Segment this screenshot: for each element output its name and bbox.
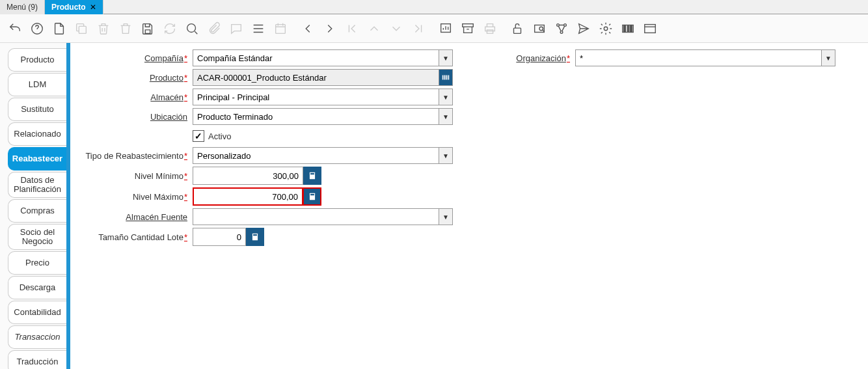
field-tamano-lote[interactable] — [193, 228, 264, 246]
label-producto: Producto* — [78, 73, 189, 83]
label-tamano-lote: Tamaño Cantidad Lote* — [78, 232, 189, 242]
search-icon[interactable] — [182, 19, 202, 38]
field-compania[interactable]: ▼ — [193, 49, 453, 66]
new-icon[interactable] — [49, 19, 69, 38]
next-icon[interactable] — [320, 19, 340, 38]
input-almacen-fuente[interactable] — [193, 208, 439, 225]
input-almacen[interactable] — [193, 89, 439, 105]
svg-rect-3 — [276, 24, 286, 33]
next-parent-icon — [387, 19, 406, 38]
field-producto[interactable] — [193, 69, 453, 86]
svg-rect-27 — [448, 75, 448, 80]
dropdown-ubicacion-icon[interactable]: ▼ — [439, 108, 453, 125]
dropdown-almacen-fuente-icon[interactable]: ▼ — [439, 208, 453, 225]
dropdown-compania-icon[interactable]: ▼ — [439, 49, 453, 66]
last-icon — [409, 19, 428, 38]
gear-icon[interactable] — [596, 19, 616, 38]
field-nivel-maximo[interactable] — [193, 187, 323, 206]
input-producto — [193, 69, 439, 86]
calculator-tamano-lote-icon[interactable] — [246, 228, 264, 246]
svg-point-11 — [564, 23, 567, 26]
archive-icon[interactable] — [458, 19, 478, 38]
svg-rect-25 — [446, 75, 446, 80]
sidetab-contabilidad[interactable]: Contabilidad — [8, 301, 66, 324]
window-tab-producto-label: Producto — [51, 3, 86, 12]
label-tipo-reabastecimiento: Tipo de Reabastecimiento* — [78, 151, 189, 161]
lock-icon[interactable] — [508, 19, 527, 38]
window-tab-menu[interactable]: Menú (9) — [0, 0, 45, 14]
sidetab-transaccion[interactable]: Transaccion — [8, 325, 66, 349]
svg-rect-22 — [442, 75, 443, 80]
lookup-producto-icon[interactable] — [439, 69, 453, 86]
undo-icon[interactable] — [5, 19, 25, 38]
grid-toggle-icon[interactable] — [249, 19, 268, 38]
label-ubicacion: Ubicación — [78, 112, 189, 122]
svg-rect-1 — [79, 26, 86, 33]
label-nivel-maximo: Nivel Máximo* — [78, 192, 189, 202]
input-ubicacion[interactable] — [193, 108, 439, 125]
prev-icon[interactable] — [298, 19, 318, 38]
product-info-icon[interactable] — [618, 19, 638, 38]
field-almacen-fuente[interactable]: ▼ — [193, 208, 453, 225]
svg-rect-30 — [310, 173, 314, 174]
input-tipo-reabastecimiento[interactable] — [193, 147, 439, 164]
close-tab-icon[interactable]: ✕ — [90, 3, 96, 12]
sidetab-relacionado[interactable]: Relacionado — [8, 122, 66, 146]
label-almacen: Almacén* — [78, 92, 189, 102]
svg-rect-15 — [625, 25, 625, 32]
svg-rect-17 — [628, 25, 629, 32]
print-icon — [480, 19, 500, 38]
comment-icon — [226, 19, 246, 38]
field-nivel-minimo[interactable] — [193, 167, 323, 185]
request-icon[interactable] — [574, 19, 593, 38]
svg-rect-16 — [625, 25, 627, 32]
field-organizacion[interactable]: ▼ — [575, 49, 835, 66]
svg-rect-26 — [446, 75, 447, 80]
sidetab-datos-planificacion[interactable]: Datos de Planificación — [8, 172, 66, 198]
svg-rect-5 — [463, 23, 474, 27]
svg-point-12 — [560, 31, 563, 33]
sidetab-sustituto[interactable]: Sustituto — [8, 98, 66, 121]
sidetab-producto[interactable]: Producto — [8, 48, 66, 72]
checkbox-activo[interactable] — [193, 130, 204, 142]
save-icon[interactable] — [138, 19, 157, 38]
field-ubicacion[interactable]: ▼ — [193, 108, 453, 125]
field-tipo-reabastecimiento[interactable]: ▼ — [193, 147, 453, 164]
input-nivel-maximo[interactable] — [193, 187, 303, 206]
input-compania[interactable] — [193, 49, 439, 66]
input-tamano-lote[interactable] — [193, 228, 246, 246]
sidetab-precio[interactable]: Precio — [8, 251, 66, 275]
dropdown-organizacion-icon[interactable]: ▼ — [821, 49, 835, 66]
zoom-across-icon[interactable] — [530, 19, 549, 38]
calculator-nivel-min-icon[interactable] — [303, 167, 321, 185]
refresh-icon — [160, 19, 180, 38]
report-icon[interactable] — [436, 19, 455, 38]
sidetab-reabastecer[interactable]: Reabastecer — [8, 147, 66, 171]
field-almacen[interactable]: ▼ — [193, 89, 453, 105]
dropdown-tipo-reab-icon[interactable]: ▼ — [439, 147, 453, 164]
sidetab-socio-negocio[interactable]: Socio del Negocio — [8, 224, 66, 250]
input-organizacion[interactable] — [575, 49, 821, 66]
dropdown-almacen-icon[interactable]: ▼ — [439, 89, 453, 105]
history-icon — [271, 19, 290, 38]
delete-selection-icon — [116, 19, 135, 38]
svg-point-2 — [187, 23, 196, 32]
svg-rect-34 — [253, 234, 257, 236]
calculator-nivel-max-icon[interactable] — [303, 187, 321, 206]
svg-rect-24 — [444, 75, 446, 80]
customize-icon[interactable] — [640, 19, 660, 38]
attach-icon — [204, 19, 224, 38]
svg-point-10 — [557, 23, 560, 26]
window-tab-producto[interactable]: Producto ✕ — [45, 0, 103, 14]
sidetab-ldm[interactable]: LDM — [8, 73, 66, 96]
prev-parent-icon — [364, 19, 384, 38]
svg-rect-28 — [448, 75, 449, 80]
sidetab-traduccion[interactable]: Traducción — [8, 350, 66, 369]
input-nivel-minimo[interactable] — [193, 167, 303, 185]
sidetab-compras[interactable]: Compras — [8, 199, 66, 223]
first-icon — [342, 19, 362, 38]
sidetab-descarga[interactable]: Descarga — [8, 276, 66, 299]
label-compania: Compañía* — [78, 53, 189, 63]
workflow-icon[interactable] — [552, 19, 571, 38]
help-icon[interactable] — [27, 19, 47, 38]
